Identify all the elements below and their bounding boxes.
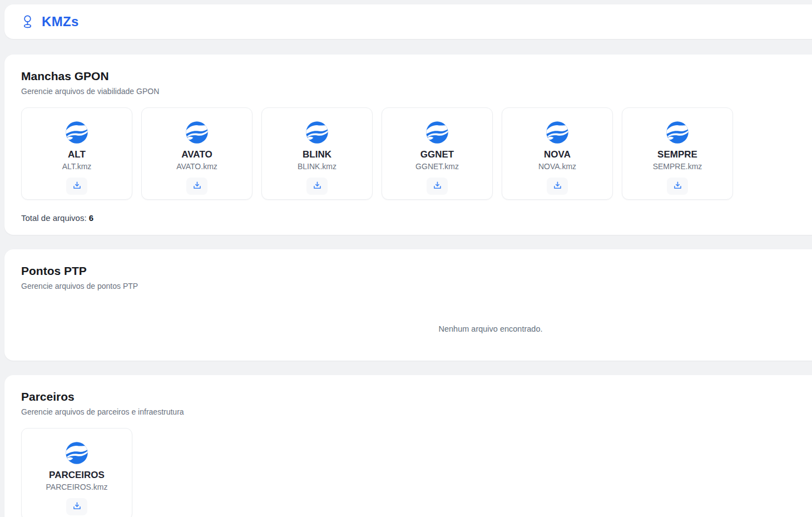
section-title: Pontos PTP xyxy=(21,264,812,278)
download-button[interactable] xyxy=(667,178,688,195)
file-filename: BLINK.kmz xyxy=(298,162,336,171)
download-icon xyxy=(72,180,82,193)
download-button[interactable] xyxy=(186,178,207,195)
google-earth-icon xyxy=(545,120,570,145)
google-earth-icon xyxy=(305,120,329,145)
file-card: PARCEIROS PARCEIROS.kmz xyxy=(21,428,132,517)
google-earth-icon xyxy=(65,120,89,145)
map-pin-icon xyxy=(21,14,34,29)
file-filename: SEMPRE.kmz xyxy=(653,162,702,171)
download-icon xyxy=(312,180,323,193)
page-header: KMZs xyxy=(4,4,812,39)
file-grid: ALT ALT.kmz xyxy=(21,107,812,200)
empty-state-message: Nenhum arquivo encontrado. xyxy=(21,324,812,333)
google-earth-icon xyxy=(425,120,449,145)
file-filename: PARCEIROS.kmz xyxy=(46,482,108,491)
total-files-value: 6 xyxy=(89,213,93,223)
total-files-label: Total de arquivos: xyxy=(21,213,87,223)
file-card: AVATO AVATO.kmz xyxy=(141,107,252,200)
file-grid: PARCEIROS PARCEIROS.kmz xyxy=(21,428,812,517)
file-filename: ALT.kmz xyxy=(62,162,92,171)
download-button[interactable] xyxy=(547,178,568,195)
page-title: KMZs xyxy=(42,14,79,29)
section-manchas-gpon: Manchas GPON Gerencie arquivos de viabil… xyxy=(4,55,812,235)
file-filename: AVATO.kmz xyxy=(176,162,217,171)
section-subtitle: Gerencie arquivos de viabilidade GPON xyxy=(21,86,812,97)
file-filename: GGNET.kmz xyxy=(415,162,459,171)
section-subtitle: Gerencie arquivos de parceiros e infraes… xyxy=(21,406,812,418)
file-card: BLINK BLINK.kmz xyxy=(261,107,373,200)
file-name: BLINK xyxy=(303,149,331,160)
download-button[interactable] xyxy=(66,498,87,515)
download-button[interactable] xyxy=(306,178,328,195)
file-card: NOVA NOVA.kmz xyxy=(502,107,613,200)
section-pontos-ptp: Pontos PTP Gerencie arquivos de pontos P… xyxy=(4,249,812,361)
section-subtitle: Gerencie arquivos de pontos PTP xyxy=(21,280,812,292)
file-name: AVATO xyxy=(181,149,212,160)
file-name: GGNET xyxy=(420,149,454,160)
file-name: PARCEIROS xyxy=(49,470,105,481)
google-earth-icon xyxy=(65,441,89,465)
google-earth-icon xyxy=(665,120,690,145)
file-name: SEMPRE xyxy=(657,149,697,160)
file-card: SEMPRE SEMPRE.kmz xyxy=(622,107,733,200)
google-earth-icon xyxy=(185,120,209,145)
page: KMZs Manchas GPON Gerencie arquivos de v… xyxy=(0,0,812,517)
file-filename: NOVA.kmz xyxy=(538,162,576,171)
section-title: Parceiros xyxy=(21,390,812,404)
download-icon xyxy=(672,180,683,193)
section-parceiros: Parceiros Gerencie arquivos de parceiros… xyxy=(4,375,812,517)
file-name: NOVA xyxy=(544,149,571,160)
file-card: GGNET GGNET.kmz xyxy=(382,107,493,200)
file-name: ALT xyxy=(68,149,86,160)
download-button[interactable] xyxy=(66,178,87,195)
download-button[interactable] xyxy=(427,178,448,195)
section-title: Manchas GPON xyxy=(21,69,812,83)
download-icon xyxy=(552,180,563,193)
file-card: ALT ALT.kmz xyxy=(21,107,132,200)
download-icon xyxy=(432,180,443,193)
download-icon xyxy=(72,501,82,513)
download-icon xyxy=(192,180,202,193)
total-files: Total de arquivos: 6 xyxy=(21,213,812,223)
